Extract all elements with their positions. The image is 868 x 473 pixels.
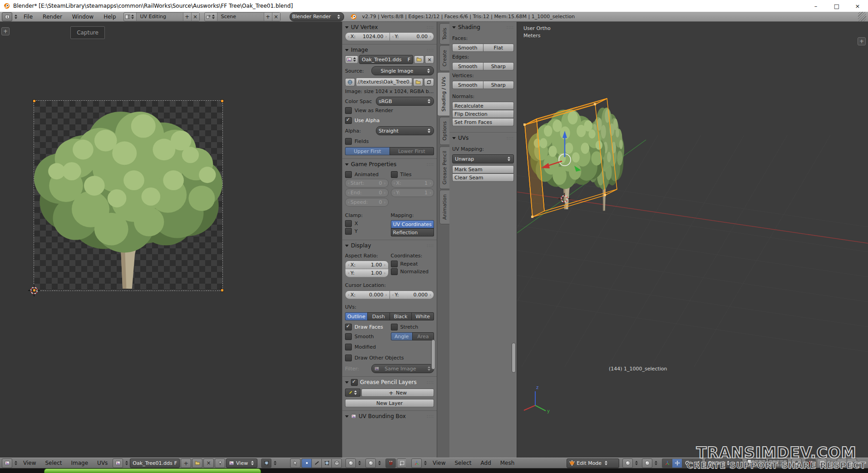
colorspace-stepper[interactable] bbox=[426, 99, 431, 103]
stretch-checkbox-row[interactable]: Stretch bbox=[391, 324, 434, 330]
filepath-icon-button[interactable] bbox=[345, 78, 355, 86]
tool-shelf-scrollbar[interactable] bbox=[512, 343, 516, 373]
select-edge-button[interactable] bbox=[311, 458, 321, 468]
grease-pencil-source-button[interactable] bbox=[345, 389, 360, 397]
add-screen-layout-button[interactable]: + bbox=[183, 13, 191, 21]
filepath-field[interactable]: //textures\Oak_Tree0... bbox=[356, 78, 412, 86]
draw-faces-checkbox[interactable] bbox=[345, 324, 352, 330]
region-expand-button[interactable]: + bbox=[1, 27, 10, 35]
uv-corner-vertex[interactable] bbox=[221, 289, 224, 292]
decrement-arrow[interactable]: ‹ bbox=[391, 34, 395, 39]
modified-checkbox[interactable] bbox=[345, 344, 352, 350]
new-image-button[interactable]: + bbox=[181, 458, 191, 468]
render-opengl-anim-button[interactable] bbox=[847, 458, 857, 468]
edges-smooth-button[interactable]: Smooth bbox=[452, 62, 483, 70]
animated-checkbox-row[interactable]: Animated bbox=[345, 171, 389, 178]
mark-seam-button[interactable]: Mark Seam bbox=[452, 165, 514, 173]
use-alpha-checkbox[interactable] bbox=[345, 117, 352, 124]
end-field[interactable]: ‹ End: 0 › bbox=[345, 188, 389, 197]
repeat-checkbox-row[interactable]: Repeat bbox=[391, 261, 434, 267]
editor-type-selector-image[interactable] bbox=[2, 458, 12, 468]
fake-user-toggle[interactable]: F bbox=[408, 57, 410, 63]
panel-header-game-properties[interactable]: Game Properties :::: bbox=[345, 161, 434, 168]
decrement-arrow[interactable]: ‹ bbox=[347, 34, 350, 39]
editor-type-selector-info[interactable] bbox=[2, 12, 12, 21]
render-engine-stepper[interactable] bbox=[336, 15, 341, 19]
panel-header-uv-vertex[interactable]: UV Vertex :::: bbox=[345, 24, 434, 31]
pivot-point-stepper[interactable] bbox=[377, 461, 382, 465]
filter-stepper[interactable] bbox=[426, 366, 431, 371]
header-corner-grip[interactable] bbox=[858, 12, 866, 21]
orientation-dropdown[interactable]: Global bbox=[705, 458, 742, 468]
menu-uvs[interactable]: UVs bbox=[93, 460, 112, 466]
select-vertex-button[interactable] bbox=[301, 458, 311, 468]
colorspace-dropdown[interactable]: sRGB bbox=[376, 97, 434, 106]
scene-stepper[interactable] bbox=[211, 15, 216, 19]
editor-type-stepper[interactable] bbox=[423, 461, 428, 465]
alpha-stepper[interactable] bbox=[426, 128, 431, 133]
select-face-button[interactable] bbox=[321, 458, 331, 468]
delete-scene-button[interactable]: × bbox=[272, 13, 280, 21]
recalculate-button[interactable]: Recalculate bbox=[452, 102, 514, 110]
uv-vertex-y-field[interactable]: ‹ Y: 0.00 › bbox=[390, 32, 434, 41]
tab-shading-uvs[interactable]: Shading / UVs bbox=[437, 72, 450, 116]
panel-header-shading[interactable]: Shading :::: bbox=[452, 24, 514, 31]
uv-edit-stepper[interactable] bbox=[272, 461, 277, 465]
select-island-button[interactable] bbox=[331, 458, 342, 468]
uv-mode-outline-button[interactable]: Outline bbox=[345, 312, 367, 320]
cursor-x-field[interactable]: ‹ X: 0.000 › bbox=[345, 291, 390, 299]
uv-mode-black-button[interactable]: Black bbox=[390, 312, 412, 320]
snap-element-button[interactable] bbox=[817, 458, 827, 468]
manipulator-axis-button[interactable] bbox=[662, 458, 672, 468]
uv-image-editor-canvas[interactable]: Capture + bbox=[0, 22, 342, 458]
filter-dropdown[interactable]: Same Image bbox=[371, 364, 434, 373]
increment-arrow[interactable]: › bbox=[385, 292, 388, 297]
flip-direction-button[interactable]: Flip Direction bbox=[452, 110, 514, 118]
angle-button[interactable]: Angle bbox=[391, 332, 412, 340]
filepath-browse-button[interactable] bbox=[413, 78, 423, 86]
close-button[interactable]: × bbox=[847, 0, 868, 12]
panel-drag-dots[interactable]: :::: bbox=[427, 25, 434, 30]
viewport-3d[interactable]: User Ortho Meters (144) 1_1000_selection… bbox=[517, 22, 868, 458]
source-dropdown[interactable]: Single Image bbox=[371, 66, 434, 75]
tab-animation[interactable]: Animation bbox=[439, 190, 450, 224]
properties-scrollbar[interactable] bbox=[431, 340, 435, 370]
uv-edit-toggle[interactable] bbox=[261, 458, 271, 468]
alpha-dropdown[interactable]: Straight bbox=[376, 126, 434, 135]
view-as-render-checkbox-row[interactable]: View as Render bbox=[345, 107, 434, 114]
sticky-selection-button[interactable] bbox=[345, 458, 356, 468]
repeat-checkbox[interactable] bbox=[391, 261, 398, 267]
menu-image[interactable]: Image bbox=[67, 460, 93, 466]
view-as-render-checkbox[interactable] bbox=[345, 107, 352, 114]
layer-grid-left[interactable] bbox=[747, 459, 766, 468]
lower-first-button[interactable]: Lower First bbox=[390, 147, 434, 155]
fields-checkbox-row[interactable]: Fields bbox=[345, 138, 434, 145]
cursor-y-field[interactable]: ‹ Y: 0.000 › bbox=[390, 291, 434, 299]
draw-faces-checkbox-row[interactable]: Draw Faces bbox=[345, 324, 389, 330]
vertices-sharp-button[interactable]: Sharp bbox=[483, 81, 514, 89]
image-browse-stepper[interactable] bbox=[352, 57, 357, 62]
faces-flat-button[interactable]: Flat bbox=[483, 44, 514, 52]
region-expand-button[interactable]: + bbox=[858, 37, 866, 45]
editor-type-selector-3d[interactable] bbox=[411, 458, 422, 468]
reflection-button[interactable]: Reflection bbox=[391, 228, 434, 236]
panel-header-image[interactable]: Image :::: bbox=[345, 46, 434, 54]
source-stepper[interactable] bbox=[426, 69, 431, 73]
manipulator-translate-button[interactable] bbox=[672, 458, 682, 468]
scene-browse-button[interactable] bbox=[205, 13, 217, 21]
snap-element-stepper[interactable] bbox=[828, 461, 833, 465]
menu-window[interactable]: Window bbox=[68, 14, 98, 20]
modified-checkbox-row[interactable]: Modified bbox=[345, 344, 434, 350]
tweak-tool-button[interactable] bbox=[290, 458, 301, 468]
editor-type-stepper[interactable] bbox=[13, 15, 18, 19]
edges-sharp-button[interactable]: Sharp bbox=[483, 62, 514, 70]
panel-drag-dots[interactable]: :::: bbox=[427, 380, 434, 384]
decrement-arrow[interactable]: ‹ bbox=[347, 292, 350, 297]
panel-drag-dots[interactable]: :::: bbox=[427, 243, 434, 248]
sticky-selection-stepper[interactable] bbox=[357, 461, 362, 465]
scene-name[interactable]: Scene bbox=[217, 14, 264, 20]
clamp-x-checkbox-row[interactable]: X bbox=[345, 220, 389, 227]
faces-smooth-button[interactable]: Smooth bbox=[452, 44, 483, 52]
fake-user-toggle[interactable]: F bbox=[174, 460, 177, 466]
clamp-x-checkbox[interactable] bbox=[345, 220, 352, 227]
